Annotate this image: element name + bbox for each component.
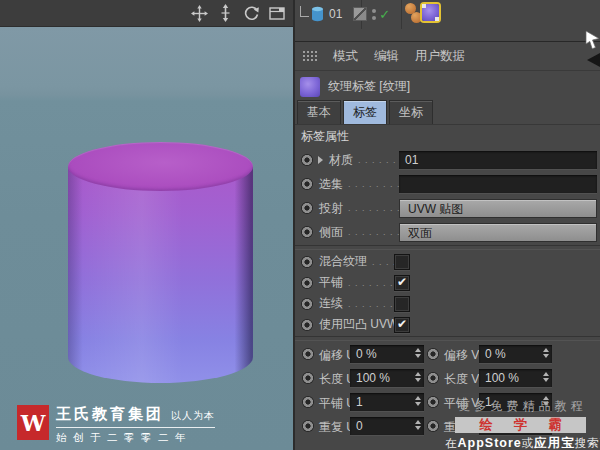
keyframe-dot-icon[interactable]: [302, 348, 314, 360]
row-projection: 投射 . . . . . . . . . UVW 贴图: [295, 196, 600, 220]
material-field[interactable]: 01: [399, 151, 597, 169]
keyframe-dot-icon[interactable]: [301, 178, 313, 190]
offset-u-field[interactable]: 0 %: [350, 345, 424, 363]
cylinder-object-body[interactable]: [68, 166, 253, 383]
keyframe-dot-icon[interactable]: [427, 372, 439, 384]
offset-v-field[interactable]: 0 %: [479, 345, 552, 363]
spinner-icon[interactable]: [543, 372, 549, 382]
phong-tag-icon[interactable]: [411, 12, 422, 23]
spinner-icon[interactable]: [415, 420, 421, 430]
selection-label: 选集: [319, 176, 343, 193]
selection-field[interactable]: [399, 175, 597, 193]
row-material: 材质 . . . . . . . 01: [295, 148, 600, 172]
watermark-slogan: 以人为本: [171, 409, 215, 423]
keyframe-dot-icon[interactable]: [302, 420, 314, 432]
keyframe-dot-icon[interactable]: [301, 202, 313, 214]
keyframe-dot-icon[interactable]: [427, 420, 439, 432]
seamless-checkbox[interactable]: [394, 296, 410, 312]
keyframe-dot-icon[interactable]: [301, 226, 313, 238]
mix-textures-checkbox[interactable]: [394, 254, 410, 270]
panel-grip-icon[interactable]: [302, 50, 317, 62]
tag-header: 纹理标签 [纹理]: [295, 71, 600, 102]
offset-v-label: 偏移 V: [444, 347, 479, 364]
tile-label: 平铺: [319, 274, 343, 291]
length-v-field[interactable]: 100 %: [479, 369, 552, 387]
row-tile: 平铺 . . . . . . . . .: [295, 272, 600, 293]
cylinder-object-icon[interactable]: [311, 6, 324, 22]
material-label: 材质: [329, 152, 353, 169]
keyframe-dot-icon[interactable]: [301, 154, 313, 166]
use-bump-uvw-label: 使用凹凸 UVW: [319, 316, 398, 333]
watermark-subtitle: 始创于二零零二年: [56, 431, 215, 445]
length-v-label: 长度 V: [444, 371, 479, 388]
keyframe-dot-icon[interactable]: [301, 256, 313, 268]
mouse-cursor: [585, 28, 600, 55]
panel-collapse-arrow-icon[interactable]: [587, 53, 600, 67]
ad-watermark: 更多免费精品教程 绘 学 霸 在AppStore或应用宝搜索下载: [445, 398, 600, 450]
spinner-icon[interactable]: [415, 372, 421, 382]
row-length: 长度 U 100 % 长度 V 100 %: [295, 366, 600, 390]
tab-basic[interactable]: 基本: [297, 100, 341, 124]
dolly-zoom-icon[interactable]: [216, 4, 235, 23]
seamless-label: 连续: [319, 295, 343, 312]
toggle-view-icon[interactable]: [268, 4, 287, 23]
ad-line3: 在AppStore或应用宝搜索下载: [445, 435, 600, 450]
watermark-logo: W: [17, 405, 49, 440]
mix-textures-label: 混合纹理: [319, 253, 367, 270]
texture-tag-icon-selected[interactable]: [422, 4, 439, 21]
keyframe-dot-icon[interactable]: [302, 396, 314, 408]
tag-title: 纹理标签 [纹理]: [328, 78, 410, 95]
menu-user-data[interactable]: 用户数据: [415, 48, 465, 65]
menu-mode[interactable]: 模式: [333, 48, 358, 65]
side-label: 侧面: [319, 224, 343, 241]
tab-tag[interactable]: 标签: [343, 100, 387, 124]
move-camera-icon[interactable]: [190, 4, 209, 23]
tree-branch-line: [300, 6, 309, 17]
section-separator: [295, 336, 600, 341]
repeat-u-field[interactable]: 0: [350, 417, 424, 435]
side-dropdown[interactable]: 双面: [399, 223, 597, 242]
row-selection: 选集 . . . . . . . . .: [295, 172, 600, 196]
row-use-bump-uvw: 使用凹凸 UVW: [295, 314, 600, 335]
render-visibility-icon[interactable]: [353, 7, 367, 21]
enabled-check-icon[interactable]: ✓: [379, 7, 390, 22]
tab-coordinates[interactable]: 坐标: [389, 100, 433, 124]
spinner-icon[interactable]: [543, 348, 549, 358]
tile-checkbox[interactable]: [394, 275, 410, 291]
viewport-canvas[interactable]: W 王氏教育集团 以人为本 始创于二零零二年: [0, 27, 293, 450]
projection-label: 投射: [319, 200, 343, 217]
keyframe-dot-icon[interactable]: [301, 277, 313, 289]
keyframe-dot-icon[interactable]: [301, 319, 313, 331]
projection-dropdown[interactable]: UVW 贴图: [399, 199, 597, 218]
rotate-camera-icon[interactable]: [242, 4, 261, 23]
ad-line1: 更多免费精品教程: [445, 398, 600, 415]
viewport-pane: W 王氏教育集团 以人为本 始创于二零零二年: [0, 0, 293, 450]
row-offset: 偏移 U 0 % 偏移 V 0 %: [295, 342, 600, 366]
row-mix-textures: 混合纹理 . . . . .: [295, 251, 600, 272]
viewport-toolbar: [0, 0, 293, 27]
keyframe-dot-icon[interactable]: [302, 372, 314, 384]
tiles-u-field[interactable]: 1: [350, 393, 424, 411]
watermark-brand: 王氏教育集团: [56, 405, 164, 424]
row-seamless: 连续 . . . . . . . . .: [295, 293, 600, 314]
use-bump-uvw-checkbox[interactable]: [394, 317, 410, 333]
texture-tag-sphere-icon: [300, 77, 320, 97]
object-name[interactable]: 01: [329, 7, 342, 21]
length-u-field[interactable]: 100 %: [350, 369, 424, 387]
keyframe-dot-icon[interactable]: [427, 396, 439, 408]
expand-arrow-icon[interactable]: [318, 156, 323, 164]
section-separator: [295, 245, 600, 250]
spinner-icon[interactable]: [415, 348, 421, 358]
cylinder-object-top[interactable]: [68, 142, 253, 191]
dotted-leader: . . . . . . .: [358, 155, 404, 165]
spinner-icon[interactable]: [415, 396, 421, 406]
column-divider: [401, 0, 402, 29]
menu-edit[interactable]: 编辑: [374, 48, 399, 65]
editor-visibility-dots[interactable]: [372, 9, 376, 20]
keyframe-dot-icon[interactable]: [301, 298, 313, 310]
object-manager: 01 ✓: [295, 0, 600, 42]
keyframe-dot-icon[interactable]: [427, 348, 439, 360]
object-row[interactable]: 01 ✓: [295, 2, 390, 26]
ad-brand: 绘 学 霸: [455, 417, 586, 433]
watermark: W 王氏教育集团 以人为本 始创于二零零二年: [17, 405, 215, 445]
